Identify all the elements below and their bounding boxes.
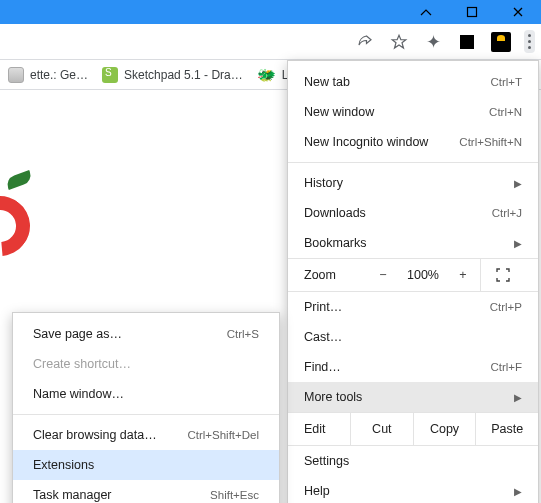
dots-icon — [528, 34, 531, 37]
browser-toolbar: ✦ — [0, 24, 541, 60]
bookmark-label: ette.: Ge… — [30, 68, 88, 82]
chevron-right-icon: ▶ — [514, 238, 522, 249]
window-minimize-button[interactable] — [403, 0, 449, 24]
cut-button[interactable]: Cut — [350, 413, 413, 445]
zoom-in-button[interactable]: + — [446, 268, 480, 282]
profile-button[interactable] — [490, 31, 512, 53]
chevron-right-icon: ▶ — [514, 486, 522, 497]
star-icon — [390, 33, 408, 51]
window-maximize-button[interactable] — [449, 0, 495, 24]
page-content-graphic — [0, 170, 50, 290]
favicon-dragon-icon: 🐲 — [257, 67, 276, 83]
apps-button[interactable] — [456, 31, 478, 53]
submenu-extensions[interactable]: Extensions — [13, 450, 279, 480]
menu-find[interactable]: Find… Ctrl+F — [288, 352, 538, 382]
fullscreen-icon — [496, 268, 510, 282]
menu-zoom-row: Zoom − 100% + — [288, 258, 538, 292]
share-icon — [356, 33, 374, 51]
minimize-icon — [420, 6, 432, 18]
chrome-menu-button[interactable] — [524, 30, 535, 53]
bookmark-star-button[interactable] — [388, 31, 410, 53]
extensions-button[interactable]: ✦ — [422, 31, 444, 53]
submenu-save-page[interactable]: Save page as… Ctrl+S — [13, 319, 279, 349]
svg-rect-0 — [468, 8, 477, 17]
bookmark-item[interactable]: Sketchpad 5.1 - Dra… — [102, 67, 243, 83]
zoom-out-button[interactable]: − — [366, 268, 400, 282]
puzzle-icon: ✦ — [426, 31, 441, 53]
chevron-right-icon: ▶ — [514, 178, 522, 189]
menu-print[interactable]: Print… Ctrl+P — [288, 292, 538, 322]
svg-rect-1 — [460, 35, 474, 49]
favicon-sketchpad-icon — [102, 67, 118, 83]
menu-more-tools[interactable]: More tools ▶ — [288, 382, 538, 412]
chevron-right-icon: ▶ — [514, 392, 522, 403]
close-icon — [512, 6, 524, 18]
share-button[interactable] — [354, 31, 376, 53]
window-close-button[interactable] — [495, 0, 541, 24]
apps-icon — [459, 34, 475, 50]
bookmark-item[interactable]: ette.: Ge… — [8, 67, 88, 83]
submenu-task-manager[interactable]: Task manager Shift+Esc — [13, 480, 279, 503]
maximize-icon — [466, 6, 478, 18]
chrome-main-menu: New tab Ctrl+T New window Ctrl+N New Inc… — [287, 60, 539, 503]
menu-edit-row: Edit Cut Copy Paste — [288, 412, 538, 446]
more-tools-submenu: Save page as… Ctrl+S Create shortcut… Na… — [12, 312, 280, 503]
zoom-value: 100% — [400, 268, 446, 282]
favicon-ge-icon — [8, 67, 24, 83]
menu-separator — [13, 414, 279, 415]
menu-settings[interactable]: Settings — [288, 446, 538, 476]
menu-history[interactable]: History ▶ — [288, 168, 538, 198]
menu-new-incognito[interactable]: New Incognito window Ctrl+Shift+N — [288, 127, 538, 157]
submenu-name-window[interactable]: Name window… — [13, 379, 279, 409]
menu-help[interactable]: Help ▶ — [288, 476, 538, 503]
menu-new-tab[interactable]: New tab Ctrl+T — [288, 67, 538, 97]
window-titlebar — [0, 0, 541, 24]
paste-button[interactable]: Paste — [475, 413, 538, 445]
bookmark-label: Sketchpad 5.1 - Dra… — [124, 68, 243, 82]
menu-bookmarks[interactable]: Bookmarks ▶ — [288, 228, 538, 258]
fullscreen-button[interactable] — [480, 259, 524, 291]
copy-button[interactable]: Copy — [413, 413, 476, 445]
menu-new-window[interactable]: New window Ctrl+N — [288, 97, 538, 127]
submenu-create-shortcut: Create shortcut… — [13, 349, 279, 379]
menu-downloads[interactable]: Downloads Ctrl+J — [288, 198, 538, 228]
menu-cast[interactable]: Cast… — [288, 322, 538, 352]
menu-separator — [288, 162, 538, 163]
zoom-label: Zoom — [304, 268, 366, 282]
submenu-clear-browsing[interactable]: Clear browsing data… Ctrl+Shift+Del — [13, 420, 279, 450]
edit-label: Edit — [288, 422, 350, 436]
profile-avatar-icon — [491, 32, 511, 52]
